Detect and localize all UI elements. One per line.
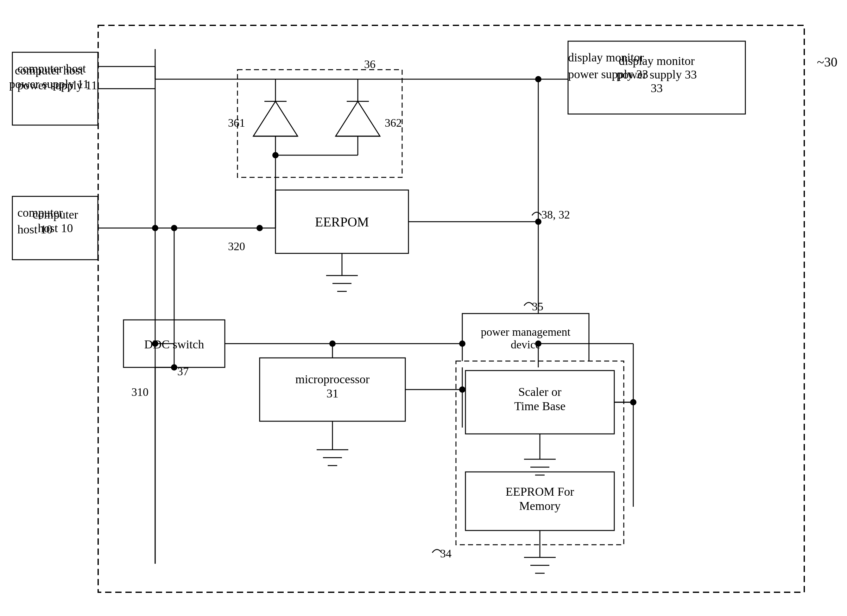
label-eeprom-memory: EEPROM For [506,485,574,498]
text-computer-host-power-supply: computer hostpower supply 11 [18,60,97,94]
label-35: 35 [532,300,543,313]
svg-point-94 [171,364,177,371]
label-361: 361 [228,117,245,129]
svg-text:Time Base: Time Base [514,399,565,413]
svg-marker-20 [253,101,298,136]
label-34: 34 [440,547,452,560]
svg-point-91 [152,340,158,347]
label-scaler: Scaler or [518,385,561,399]
svg-point-58 [171,225,177,231]
label-30: ~30 [817,55,838,69]
label-362: 362 [385,117,402,129]
label-38-32: 38, 32 [542,208,570,221]
diagram-container: ~30 computer host power supply 11 displa… [0,0,847,616]
svg-text:31: 31 [326,387,338,400]
svg-text:Memory: Memory [519,499,561,513]
label-microprocessor: microprocessor [295,372,370,386]
label-36: 36 [364,58,376,71]
svg-rect-19 [238,70,402,177]
svg-text:33: 33 [651,81,663,95]
circuit-svg: ~30 computer host power supply 11 displa… [0,0,847,616]
svg-marker-25 [336,101,380,136]
label-37: 37 [177,365,189,378]
label-power-management: power management [481,326,571,338]
label-eerpom: EERPOM [315,215,369,229]
label-310: 310 [131,386,149,399]
svg-point-42 [272,152,279,158]
svg-point-64 [459,340,465,347]
label-320: 320 [228,240,245,253]
text-display-monitor-power-supply: display monitorpower supply 33 [568,49,648,83]
text-computer-host: computerhost 10 [18,204,63,238]
